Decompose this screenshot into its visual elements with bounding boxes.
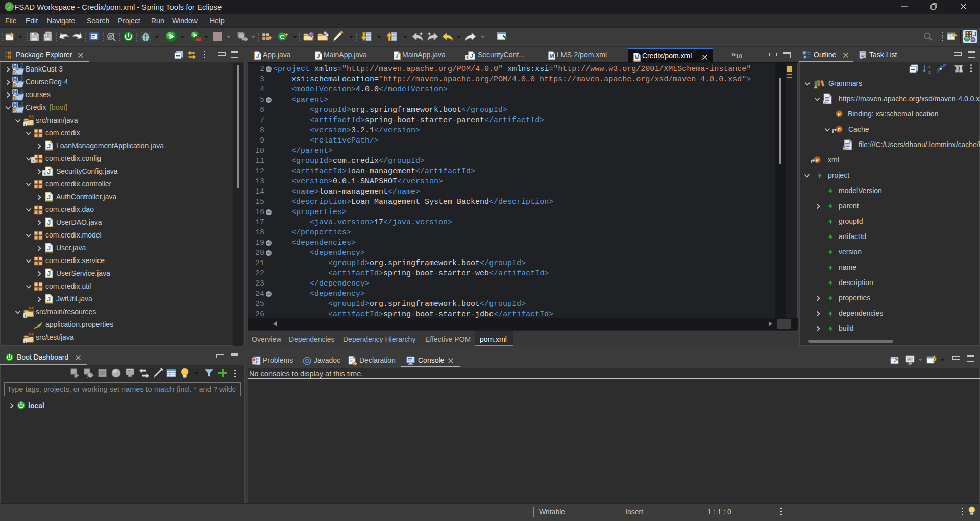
svg-text:C: C — [280, 33, 285, 41]
svg-text:!: ! — [815, 85, 816, 89]
svg-text:J: J — [973, 30, 976, 38]
svg-text:z: z — [928, 68, 931, 74]
